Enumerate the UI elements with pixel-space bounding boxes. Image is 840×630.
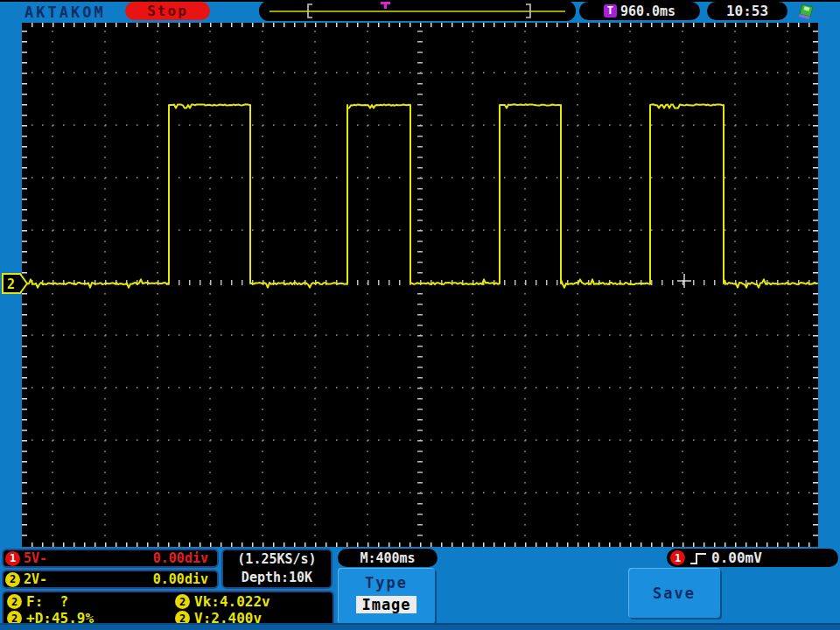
usb-device-icon — [796, 2, 817, 21]
rising-edge-icon — [689, 550, 708, 566]
save-button[interactable]: Save — [628, 568, 720, 618]
channel2-scale: 2V- — [24, 571, 47, 587]
measurement-text: F: ? — [26, 593, 68, 610]
channel2-info: 2 2V- 0.00div — [2, 570, 219, 589]
trigger-delay-value: 960.0ms — [620, 4, 676, 19]
channel2-position-marker[interactable]: 2 — [2, 272, 30, 295]
timebase-readout: M:400ms — [338, 549, 438, 567]
clock-readout: 10:53 — [707, 2, 788, 20]
measurement-frequency: 2 F: ? — [7, 593, 175, 610]
channel1-scale: 5V- — [24, 550, 47, 566]
timebase-value: M:400ms — [360, 550, 415, 566]
save-button-label: Save — [653, 584, 696, 602]
acquisition-status-label: Stop — [147, 3, 188, 19]
channel2-marker-label: 2 — [7, 276, 15, 292]
menu-title: Type — [365, 574, 408, 592]
status-bar: 1 5V- 0.00div 2 2V- 0.00div (1.25KS/s) D… — [0, 547, 840, 630]
memory-depth: Depth:10K — [242, 569, 312, 587]
measurement-text: Vk:4.022v — [194, 593, 270, 610]
memory-window-graphic — [259, 1, 576, 21]
acquisition-info: (1.25KS/s) Depth:10K — [221, 549, 332, 589]
memory-window-bar[interactable] — [259, 1, 576, 21]
oscilloscope-screen: AKTAKOM Stop T 960.0ms 10:53 2 — [0, 0, 840, 630]
trigger-level-readout: 1 0.00mV — [667, 549, 838, 567]
trigger-delay-readout: T 960.0ms — [579, 2, 700, 20]
graticule-and-trace — [22, 23, 818, 547]
sample-rate: (1.25KS/s) — [237, 550, 316, 569]
channel1-info: 1 5V- 0.00div — [2, 549, 219, 568]
measurement-channel-badge: 2 — [175, 594, 190, 609]
measurement-vk: 2 Vk:4.022v — [175, 593, 329, 610]
bottom-strip — [0, 625, 840, 630]
channel2-position: 0.00div — [153, 571, 208, 587]
channel1-badge: 1 — [5, 551, 20, 566]
channel2-badge: 2 — [5, 572, 20, 587]
clock-value: 10:53 — [726, 3, 768, 19]
trigger-position-marker-icon — [381, 2, 390, 9]
brand-logo: AKTAKOM — [24, 4, 106, 21]
waveform-display — [22, 23, 818, 547]
menu-selected-option[interactable]: Image — [356, 596, 416, 613]
trigger-source-badge: 1 — [670, 550, 685, 565]
trigger-icon: T — [604, 4, 617, 18]
channel1-position: 0.00div — [153, 550, 208, 566]
ch2-trace — [24, 104, 816, 287]
measurement-channel-badge: 2 — [7, 594, 22, 609]
trigger-level-value: 0.00mV — [711, 550, 762, 566]
acquisition-status-button[interactable]: Stop — [125, 2, 210, 20]
menu-type-button[interactable]: Type Image — [338, 568, 435, 624]
